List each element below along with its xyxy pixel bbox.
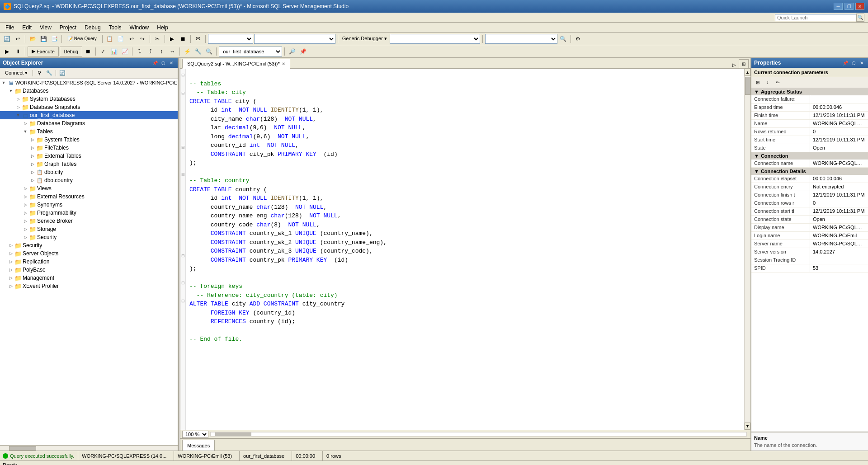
restore-btn[interactable]: ❐ (844, 3, 854, 10)
tree-item-service-broker[interactable]: ▷ 📁 Service Broker (0, 217, 178, 225)
sql-exec-plan-btn[interactable]: 📈 (120, 47, 130, 56)
tree-item-synonyms[interactable]: ▷ 📁 Synonyms (0, 201, 178, 209)
tree-item-tables[interactable]: ▼ 📁 Tables (0, 127, 178, 136)
menu-debug[interactable]: Debug (81, 23, 104, 32)
props-section-aggregate[interactable]: ▼ Aggregate Status (751, 88, 868, 95)
toggle-server[interactable]: ▼ (0, 79, 7, 86)
toolbar-new-btn[interactable]: 🔄 (2, 34, 12, 44)
minimize-btn[interactable]: ─ (834, 3, 843, 10)
oe-pin-btn[interactable]: 📌 (151, 60, 159, 66)
props-pin-btn[interactable]: 📌 (842, 60, 849, 66)
execute-button[interactable]: ▶ Execute (28, 47, 59, 56)
toolbar-search-dropdown[interactable] (485, 34, 557, 44)
toolbar-save-btn[interactable]: 💾 (38, 34, 48, 44)
tree-item-programmability[interactable]: ▷ 📁 Programmability (0, 209, 178, 217)
toolbar-more-btn[interactable]: ⚙ (573, 34, 583, 44)
menu-help[interactable]: Help (153, 23, 172, 32)
toggle-our-db[interactable]: ▼ (14, 112, 22, 119)
sql-parse-btn[interactable]: ✓ (98, 47, 108, 56)
sql-stop-btn[interactable]: ⏹ (83, 47, 93, 56)
menu-window[interactable]: Window (126, 23, 153, 32)
toolbar-search-btn[interactable]: 🔍 (558, 34, 568, 44)
sql-step2-btn[interactable]: ⤴ (146, 47, 156, 56)
props-section-conn-details[interactable]: ▼ Connection Details (751, 168, 868, 175)
toggle-db-snapshots[interactable]: ▷ (14, 103, 22, 111)
toolbar-paste-btn[interactable]: 📄 (116, 34, 126, 44)
tree-item-server[interactable]: ▼ 🖥 WORKING-PC\SQLEXPRESS (SQL Server 14… (0, 79, 178, 87)
sql-dbg-btn1[interactable]: ⚡ (182, 47, 192, 56)
sql-toggle2-btn[interactable]: ↔ (167, 47, 177, 56)
oe-float-btn[interactable]: ⬡ (160, 60, 167, 66)
toggle-graph-tables[interactable]: ▷ (29, 160, 36, 168)
sql-toggle-btn[interactable]: ↕ (156, 47, 166, 56)
toggle-tables[interactable]: ▼ (22, 128, 29, 135)
toggle-replication[interactable]: ▷ (7, 258, 14, 265)
tree-item-db-diagrams[interactable]: ▷ 📁 Database Diagrams (0, 119, 178, 127)
tree-item-file-tables[interactable]: ▷ 📁 FileTables (0, 144, 178, 152)
toggle-db-diagrams[interactable]: ▷ (22, 120, 29, 127)
props-float-btn[interactable]: ⬡ (850, 60, 857, 66)
menu-project[interactable]: Project (56, 23, 80, 32)
toolbar-copy-btn[interactable]: 📋 (105, 34, 115, 44)
toggle-management[interactable]: ▷ (7, 274, 14, 282)
messages-tab[interactable]: Messages (182, 440, 215, 451)
toolbar-stop-btn[interactable]: ⏹ (178, 34, 188, 44)
tree-item-security-top[interactable]: ▷ 📁 Security (0, 241, 178, 249)
debug-button[interactable]: Debug (60, 47, 82, 56)
toggle-databases[interactable]: ▼ (7, 87, 14, 94)
sql-step-btn[interactable]: ⤵ (135, 47, 145, 56)
props-section-connection[interactable]: ▼ Connection (751, 152, 868, 160)
menu-tools[interactable]: Tools (105, 23, 125, 32)
toggle-server-objects[interactable]: ▷ (7, 250, 14, 257)
toggle-dbo-city[interactable]: ▷ (29, 169, 36, 176)
toolbar-email-btn[interactable]: ✉ (193, 34, 203, 44)
menu-view[interactable]: View (36, 23, 55, 32)
oe-filter2-btn[interactable]: 🔧 (45, 69, 54, 77)
toggle-synonyms[interactable]: ▷ (22, 201, 29, 208)
tree-item-external-resources[interactable]: ▷ 📁 External Resources (0, 193, 178, 201)
props-close-btn[interactable]: ✕ (858, 60, 865, 66)
tree-item-xevent[interactable]: ▷ 📁 XEvent Profiler (0, 282, 178, 290)
props-categorize-btn[interactable]: ⊞ (753, 79, 762, 87)
toolbar-new-query-btn[interactable]: 📝 New Query (64, 34, 100, 44)
toggle-security-top[interactable]: ▷ (7, 242, 14, 249)
sql-dbg-btn2[interactable]: 🔧 (193, 47, 203, 56)
props-sort-btn[interactable]: ↕ (763, 79, 772, 87)
menu-edit[interactable]: Edit (19, 23, 35, 32)
toggle-storage[interactable]: ▷ (22, 225, 29, 233)
toggle-polybase[interactable]: ▷ (7, 266, 14, 273)
tree-item-db-snapshots[interactable]: ▷ 📁 Database Snapshots (0, 103, 178, 111)
toolbar-debugger-dropdown[interactable] (390, 34, 480, 44)
sql-more-btn2[interactable]: 📌 (298, 47, 308, 56)
tree-item-graph-tables[interactable]: ▷ 📁 Graph Tables (0, 160, 178, 168)
sql-dbg-btn3[interactable]: 🔍 (204, 47, 214, 56)
toggle-views[interactable]: ▷ (22, 185, 29, 192)
toggle-file-tables[interactable]: ▷ (29, 144, 36, 151)
tree-item-dbo-country[interactable]: ▷ 📋 dbo.country (0, 176, 178, 184)
editor-tab-active[interactable]: SQLQuery2.sql - W...KING-PC\Emil (53))* … (182, 59, 290, 69)
tree-item-security-inner[interactable]: ▷ 📁 Security (0, 233, 178, 241)
tree-item-dbo-city[interactable]: ▷ 📋 dbo.city (0, 168, 178, 176)
toolbar-dropdown1[interactable] (208, 34, 253, 44)
toggle-system-tables[interactable]: ▷ (29, 136, 36, 143)
zoom-dropdown[interactable]: 100 % 75 % 150 % (182, 431, 208, 438)
database-dropdown[interactable]: our_first_database (219, 47, 282, 56)
vscroll-up[interactable]: ▲ (745, 69, 750, 76)
tree-item-system-db[interactable]: ▷ 📁 System Databases (0, 95, 178, 103)
tree-item-external-tables[interactable]: ▷ 📁 External Tables (0, 152, 178, 160)
tab-close-btn[interactable]: ✕ (282, 61, 285, 66)
menu-file[interactable]: File (2, 23, 18, 32)
tree-item-databases[interactable]: ▼ 📁 Databases (0, 87, 178, 95)
toolbar-save-all-btn[interactable]: 📑 (49, 34, 59, 44)
tree-item-replication[interactable]: ▷ 📁 Replication (0, 258, 178, 266)
oe-filter-btn[interactable]: ⚲ (35, 69, 44, 77)
editor-vscrollbar[interactable]: ▲ ▼ (744, 69, 750, 430)
toolbar-open-btn[interactable]: 📂 (28, 34, 38, 44)
quick-launch-search-btn[interactable]: 🔍 (856, 14, 864, 22)
toolbar-back-btn[interactable]: ↩ (13, 34, 23, 44)
toolbar-dropdown2[interactable] (254, 34, 335, 44)
toggle-external-tables[interactable]: ▷ (29, 152, 36, 160)
tab-expand-btn[interactable]: ▷ (730, 61, 739, 68)
tree-item-server-objects[interactable]: ▷ 📁 Server Objects (0, 249, 178, 258)
vscroll-down[interactable]: ▼ (745, 423, 750, 430)
